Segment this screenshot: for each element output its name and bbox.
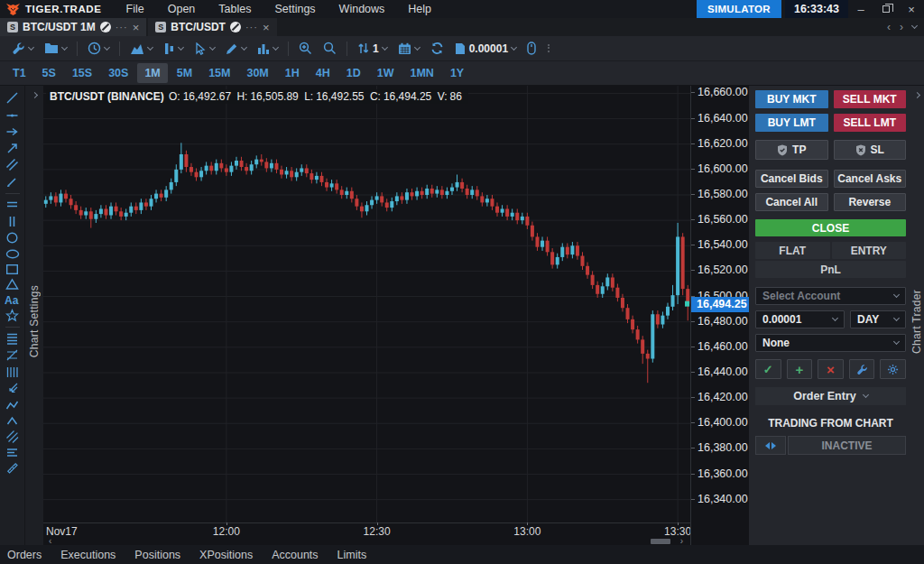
sell-mkt-button[interactable]: SELL MKT xyxy=(834,90,907,108)
open-chart-button[interactable] xyxy=(40,39,71,59)
tool-ellipse-icon[interactable] xyxy=(5,248,20,260)
tf-5s[interactable]: 5S xyxy=(35,63,63,83)
tf-30s[interactable]: 30S xyxy=(101,63,135,83)
tf-15m[interactable]: 15M xyxy=(201,63,237,83)
statusbar-orders[interactable]: Orders xyxy=(7,549,42,561)
collapse-settings-icon[interactable] xyxy=(31,92,37,98)
tf-15s[interactable]: 15S xyxy=(65,63,99,83)
menu-settings[interactable]: Settings xyxy=(263,3,327,15)
tool-fib-channel-icon[interactable] xyxy=(5,348,19,362)
tab-more-icon[interactable]: ··· xyxy=(116,22,128,32)
tool-hatch-icon[interactable] xyxy=(5,430,19,443)
zoom-in-button[interactable] xyxy=(294,39,317,59)
tool-fib-retracement-icon[interactable] xyxy=(5,332,19,346)
restore-button[interactable] xyxy=(873,0,899,18)
tf-1m[interactable]: 1M xyxy=(137,63,167,83)
buy-mkt-button[interactable]: BUY MKT xyxy=(755,90,828,108)
tool-ruler-icon[interactable] xyxy=(5,461,19,475)
price-axis[interactable]: 16,494.25 16,660.0016,640.0016,620.0016,… xyxy=(690,86,749,545)
tool-zigzag-icon[interactable] xyxy=(5,399,19,412)
tab-btcusdt-1m[interactable]: S BTC/USDT 1M ··· × xyxy=(0,18,146,36)
price-scale-button[interactable]: 1 xyxy=(353,39,392,59)
mouse-mode-button[interactable] xyxy=(522,39,541,59)
simulator-button[interactable]: SIMULATOR xyxy=(697,0,781,18)
chart-settings-strip[interactable]: Chart Settings xyxy=(25,86,43,545)
confirm-button[interactable]: ✓ xyxy=(755,359,781,379)
tool-text-icon[interactable]: Aa xyxy=(5,294,20,306)
collapse-trader-icon[interactable] xyxy=(913,92,919,98)
tab-more-icon[interactable]: ··· xyxy=(245,22,258,32)
timeframe-button[interactable] xyxy=(83,39,114,59)
menu-open[interactable]: Open xyxy=(156,3,208,15)
entry-button[interactable]: ENTRY xyxy=(832,242,907,259)
order-settings-button[interactable] xyxy=(849,359,875,379)
tool-horizontal-line-icon[interactable] xyxy=(5,108,19,122)
tool-brush-icon[interactable] xyxy=(5,175,19,189)
tool-fib-timezone-icon[interactable] xyxy=(5,365,19,379)
tool-parallel-horizontal-icon[interactable] xyxy=(5,198,19,211)
tool-horizontal-ray-icon[interactable] xyxy=(5,125,19,138)
scrollbar-thumb[interactable] xyxy=(651,539,670,544)
tool-star-icon[interactable] xyxy=(5,309,19,322)
tif-select[interactable]: DAY xyxy=(850,310,906,328)
tabs-scroll-left-icon[interactable]: ‹ xyxy=(887,21,891,33)
delete-order-button[interactable]: × xyxy=(818,359,844,379)
statusbar-limits[interactable]: Limits xyxy=(337,549,367,561)
dock-toggle-button[interactable] xyxy=(755,436,786,455)
statusbar-executions[interactable]: Executions xyxy=(60,549,116,561)
trading-inactive-button[interactable]: INACTIVE xyxy=(788,436,906,455)
cancel-all-button[interactable]: Cancel All xyxy=(755,193,828,211)
flat-button[interactable]: FLAT xyxy=(755,242,830,259)
tabs-list-icon[interactable] xyxy=(911,23,918,29)
sessions-button[interactable] xyxy=(393,39,424,59)
time-axis[interactable]: Nov1712:0012:3013:0013:30 xyxy=(43,522,690,538)
tf-1h[interactable]: 1H xyxy=(278,63,307,83)
draw-tool-button[interactable] xyxy=(221,39,251,59)
cancel-bids-button[interactable]: Cancel Bids xyxy=(755,170,828,188)
tf-30m[interactable]: 30M xyxy=(239,63,275,83)
bar-style-button[interactable] xyxy=(159,39,188,59)
statusbar-xpositions[interactable]: XPositions xyxy=(199,549,253,561)
reload-button[interactable] xyxy=(426,39,448,59)
tf-1y[interactable]: 1Y xyxy=(443,63,471,83)
candlestick-chart[interactable] xyxy=(43,86,690,522)
chart-style-button[interactable] xyxy=(125,39,157,59)
tf-1w[interactable]: 1W xyxy=(370,63,402,83)
statusbar-positions[interactable]: Positions xyxy=(134,549,180,561)
account-select[interactable]: Select Account xyxy=(755,287,906,305)
scroll-right-icon[interactable]: › xyxy=(680,536,683,546)
tf-1d[interactable]: 1D xyxy=(339,63,368,83)
toolbar-grip[interactable] xyxy=(548,44,550,52)
edit-icon[interactable] xyxy=(100,22,111,32)
pnl-button[interactable]: PnL xyxy=(755,261,906,278)
tp-button[interactable]: TP xyxy=(755,140,828,160)
close-position-button[interactable]: CLOSE xyxy=(755,219,906,236)
tool-parallel-vertical-icon[interactable] xyxy=(5,215,19,228)
tf-t1[interactable]: T1 xyxy=(5,63,33,83)
cursor-tool-button[interactable] xyxy=(189,39,219,59)
tool-rectangle-icon[interactable] xyxy=(5,264,19,275)
cancel-asks-button[interactable]: Cancel Asks xyxy=(834,170,907,188)
edit-icon[interactable] xyxy=(230,22,241,32)
tool-parallel-channel-icon[interactable] xyxy=(5,158,19,171)
tabs-scroll-right-icon[interactable]: › xyxy=(900,21,903,33)
tab-btcusdt[interactable]: S BTC/USDT ··· × xyxy=(148,18,276,36)
sell-lmt-button[interactable]: SELL LMT xyxy=(834,114,907,132)
quantity-select[interactable]: 0.00001 xyxy=(755,310,845,328)
panel-settings-button[interactable] xyxy=(880,359,906,379)
tf-4h[interactable]: 4H xyxy=(309,63,337,83)
sl-button[interactable]: SL xyxy=(834,140,907,160)
add-order-button[interactable]: + xyxy=(787,359,813,379)
zoom-button[interactable] xyxy=(319,39,341,59)
order-entry-header[interactable]: Order Entry xyxy=(755,387,906,405)
tool-double-arrow-icon[interactable] xyxy=(5,382,19,395)
tick-size-button[interactable]: 0.00001 xyxy=(450,39,521,59)
tool-trendline-icon[interactable] xyxy=(5,91,19,105)
tab-close-icon[interactable]: × xyxy=(263,21,270,34)
chart-scrollbar[interactable]: ‹ › xyxy=(43,538,690,545)
buy-lmt-button[interactable]: BUY LMT xyxy=(755,114,828,132)
tf-1mn[interactable]: 1MN xyxy=(403,63,441,83)
tool-aligned-lines-icon[interactable] xyxy=(5,447,19,458)
tab-close-icon[interactable]: × xyxy=(133,21,140,34)
tool-circle-icon[interactable] xyxy=(5,231,19,245)
